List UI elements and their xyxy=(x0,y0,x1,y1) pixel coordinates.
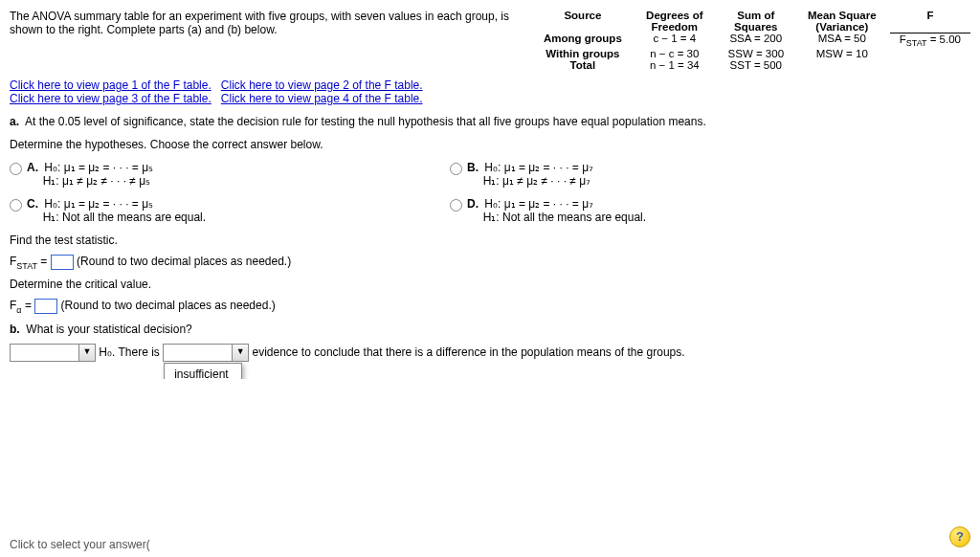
option-d-line1: H₀: μ₁ = μ₂ = · · · = μ₇ xyxy=(484,197,593,211)
conclusion-text: evidence to conclude that there is a dif… xyxy=(253,345,685,359)
option-a[interactable]: A. H₀: μ₁ = μ₂ = · · · = μ₅ H₁: μ₁ ≠ μ₂ … xyxy=(10,161,421,188)
fstat-sub: STAT xyxy=(16,260,37,270)
option-a-line1: H₀: μ₁ = μ₂ = · · · = μ₅ xyxy=(44,161,153,174)
link-ftable-2[interactable]: Click here to view page 2 of the F table… xyxy=(221,78,423,92)
option-c-line1: H₀: μ₁ = μ₂ = · · · = μ₅ xyxy=(44,197,153,211)
option-d-line2: H₁: Not all the means are equal. xyxy=(483,211,646,224)
row-among-ms: MSA = 50 xyxy=(794,33,890,48)
radio-icon[interactable] xyxy=(10,163,22,175)
dropdown-arrow-icon: ▼ xyxy=(78,345,95,361)
th-source: Source xyxy=(534,10,632,33)
option-d[interactable]: D. H₀: μ₁ = μ₂ = · · · = μ₇ H₁: Not all … xyxy=(450,197,861,224)
option-b-label: B. xyxy=(467,161,479,174)
dropdown-option-insufficient[interactable]: insufficient xyxy=(165,364,241,379)
anova-table: Source Degrees of Freedom Sum of Squares… xyxy=(534,10,970,71)
falpha-eq: = xyxy=(22,300,35,313)
row-total-label: Total xyxy=(534,59,632,71)
qb-label: b. xyxy=(10,323,20,336)
link-ftable-1[interactable]: Click here to view page 1 of the F table… xyxy=(10,78,212,92)
evidence-dropdown-menu: insufficient sufficient xyxy=(164,363,242,379)
option-c-label: C. xyxy=(27,197,38,211)
link-ftable-4[interactable]: Click here to view page 4 of the F table… xyxy=(221,92,423,105)
determine-critical: Determine the critical value. xyxy=(10,278,970,291)
fstat-eq: = xyxy=(37,255,51,268)
th-f: F xyxy=(890,10,970,33)
qa-label: a. xyxy=(10,115,19,128)
qa-prompt: At the 0.05 level of significance, state… xyxy=(25,115,706,128)
fstat-hint: (Round to two decimal places as needed.) xyxy=(77,255,291,268)
row-among-label: Among groups xyxy=(534,33,632,48)
option-b-line2: H₁: μ₁ ≠ μ₂ ≠ · · · ≠ μ₇ xyxy=(483,174,591,188)
intro-text: The ANOVA summary table for an experimen… xyxy=(10,10,515,71)
option-b[interactable]: B. H₀: μ₁ = μ₂ = · · · = μ₇ H₁: μ₁ ≠ μ₂ … xyxy=(450,161,861,188)
row-among-f: FSTAT = 5.00 xyxy=(890,33,970,48)
row-total-df: n − 1 = 34 xyxy=(632,59,718,71)
option-c-line2: H₁: Not all the means are equal. xyxy=(43,211,206,224)
link-ftable-3[interactable]: Click here to view page 3 of the F table… xyxy=(10,92,212,105)
row-within-ss: SSW = 300 xyxy=(718,48,794,59)
find-test-statistic: Find the test statistic. xyxy=(10,234,970,247)
decision-dropdown-1[interactable]: ▼ xyxy=(10,344,96,362)
falpha-input[interactable] xyxy=(34,299,57,314)
row-within-label: Within groups xyxy=(534,48,632,59)
qb-prompt: What is your statistical decision? xyxy=(26,323,191,336)
radio-icon[interactable] xyxy=(10,199,22,212)
row-within-ms: MSW = 10 xyxy=(794,48,890,59)
there-is-text: There is xyxy=(118,345,163,359)
evidence-dropdown[interactable]: ▼ insufficient sufficient xyxy=(163,344,249,362)
f-table-links: Click here to view page 1 of the F table… xyxy=(10,78,970,105)
fstat-input[interactable] xyxy=(51,255,74,270)
qa-determine: Determine the hypotheses. Choose the cor… xyxy=(10,138,970,151)
radio-icon[interactable] xyxy=(450,199,462,212)
option-a-label: A. xyxy=(27,161,38,174)
row-among-ss: SSA = 200 xyxy=(718,33,794,48)
falpha-hint: (Round to two decimal places as needed.) xyxy=(61,300,276,313)
dropdown-arrow-icon: ▼ xyxy=(232,345,248,361)
radio-icon[interactable] xyxy=(450,163,462,175)
option-b-line1: H₀: μ₁ = μ₂ = · · · = μ₇ xyxy=(484,161,593,174)
th-ms: Mean Square (Variance) xyxy=(794,10,890,33)
th-df: Degrees of Freedom xyxy=(632,10,718,33)
h0-label: H₀. xyxy=(99,345,115,359)
th-ss: Sum of Squares xyxy=(718,10,794,33)
row-within-df: n − c = 30 xyxy=(632,48,718,59)
row-among-df: c − 1 = 4 xyxy=(632,33,718,48)
option-c[interactable]: C. H₀: μ₁ = μ₂ = · · · = μ₅ H₁: Not all … xyxy=(10,197,421,224)
row-total-ss: SST = 500 xyxy=(718,59,794,71)
option-d-label: D. xyxy=(467,197,479,211)
option-a-line2: H₁: μ₁ ≠ μ₂ ≠ · · · ≠ μ₅ xyxy=(43,174,151,188)
